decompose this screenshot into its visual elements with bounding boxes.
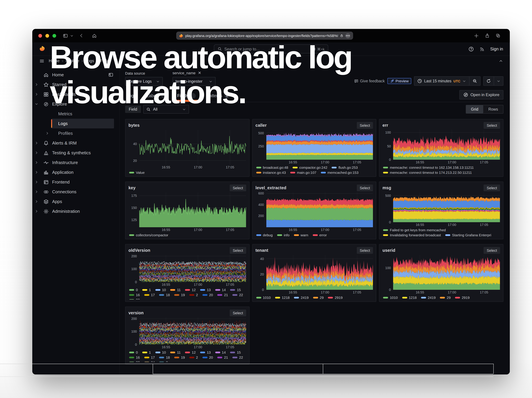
legend-item[interactable]: 2	[189, 293, 198, 297]
legend-item[interactable]: 22	[232, 355, 243, 359]
select-button[interactable]: Select	[230, 185, 246, 191]
legend-item[interactable]: 17	[144, 293, 155, 297]
legend-item[interactable]: 21	[217, 355, 228, 359]
menu-icon[interactable]	[39, 58, 44, 63]
sidebar-item-logs[interactable]: Logs	[51, 119, 114, 128]
legend-item[interactable]: main.go:107	[290, 170, 317, 174]
legend-item[interactable]: flush.go:253	[332, 165, 358, 169]
legend-item[interactable]: warn	[294, 233, 308, 237]
view-toggle-grid[interactable]: Grid	[466, 105, 483, 113]
sidebar-item-profiles[interactable]: Profiles	[51, 128, 117, 138]
sidebar-item-testing-synthetics[interactable]: Testing & synthetics	[32, 148, 117, 158]
legend-item[interactable]: 12	[185, 350, 196, 354]
legend-item[interactable]: 20	[202, 355, 213, 359]
legend-item[interactable]: 29	[313, 295, 323, 299]
legend-item[interactable]: 17	[144, 355, 155, 359]
legend-item[interactable]: broadcast.go:48	[256, 165, 288, 169]
legend-item[interactable]: 23	[129, 298, 140, 299]
legend-item[interactable]: 10	[155, 350, 166, 354]
legend-item[interactable]: 18	[159, 293, 170, 297]
legend-item[interactable]: 15	[230, 350, 241, 354]
sidebar-item-application[interactable]: Application	[32, 168, 117, 177]
sidebar-item-apps[interactable]: Apps	[32, 197, 117, 206]
legend-item[interactable]: 11	[170, 288, 181, 292]
select-button[interactable]: Select	[357, 247, 373, 254]
legend-item[interactable]: 19	[174, 355, 185, 359]
select-button[interactable]: Select	[230, 310, 246, 316]
legend-item[interactable]: 11	[170, 350, 181, 354]
legend-item[interactable]: Invalidating forwarded broadcast	[383, 233, 441, 237]
legend-item[interactable]: 15	[230, 288, 241, 292]
sidebar-item-frontend[interactable]: Frontend	[32, 177, 117, 187]
zoom-window-button[interactable]	[52, 34, 56, 37]
legend-item[interactable]: 10	[155, 288, 166, 292]
give-feedback-link[interactable]: Give feedback	[354, 79, 385, 83]
select-button[interactable]: Select	[484, 185, 500, 191]
legend-item[interactable]: 29	[440, 295, 451, 299]
legend-item[interactable]: 1010	[256, 295, 271, 299]
legend-item[interactable]: 0	[129, 288, 138, 292]
legend-item[interactable]: 1	[142, 350, 151, 354]
legend-item[interactable]: 16	[129, 355, 140, 359]
select-button[interactable]: Select	[484, 122, 500, 129]
sidebar-item-administration[interactable]: Administration	[32, 206, 117, 216]
legend-item[interactable]: 2419	[294, 295, 309, 299]
legend-item[interactable]: 1010	[383, 295, 398, 299]
select-button[interactable]: Select	[357, 185, 373, 191]
tabs-overview-icon[interactable]	[496, 33, 500, 38]
more-icon[interactable]: ●●●	[345, 33, 350, 38]
legend-item[interactable]: 14	[215, 350, 226, 354]
legend-item[interactable]: Failed to get keys from memcached	[383, 228, 446, 232]
sign-in-link[interactable]: Sign in	[490, 47, 503, 51]
chevron-down-icon[interactable]	[70, 34, 74, 37]
select-button[interactable]: Select	[484, 247, 500, 254]
sidebar-item-connections[interactable]: Connections	[32, 187, 117, 197]
select-button[interactable]: Select	[357, 122, 373, 129]
legend-item[interactable]: collectors/compactor	[129, 233, 168, 237]
legend-item[interactable]: 2919	[328, 295, 343, 299]
help-icon[interactable]	[469, 46, 474, 52]
legend-item[interactable]: 14	[215, 288, 226, 292]
legend-item[interactable]: 2	[159, 360, 168, 362]
legend-item[interactable]: Value	[129, 170, 145, 174]
sidebar-item-metrics[interactable]: Metrics	[51, 109, 117, 119]
legend-item[interactable]: 13	[200, 350, 211, 354]
legend-item[interactable]: 21	[217, 293, 228, 297]
view-toggle-rows[interactable]: Rows	[483, 105, 503, 113]
zoom-out-button[interactable]	[469, 77, 480, 85]
legend-item[interactable]: 16	[129, 293, 140, 297]
legend-item[interactable]: memcache: connect timeout to 162.134.158…	[383, 165, 474, 169]
minimize-window-button[interactable]	[45, 34, 49, 37]
legend-item[interactable]: memcache: connect timeout to 174.213.22.…	[383, 170, 472, 174]
sidebar-item-alerts-irm[interactable]: Alerts & IRM	[32, 138, 117, 148]
refresh-interval-button[interactable]	[494, 77, 503, 85]
legend-item[interactable]: 24	[144, 360, 155, 362]
close-window-button[interactable]	[38, 34, 42, 37]
legend-item[interactable]: 1	[142, 288, 151, 292]
url-bar[interactable]: play.grafana.org/a/grafana-lokiexplore-a…	[176, 31, 353, 40]
chevron-up-icon[interactable]	[499, 59, 503, 63]
legend-item[interactable]: 22	[232, 293, 243, 297]
open-in-explore-button[interactable]: Open in Explore	[459, 90, 503, 100]
legend-item[interactable]: error	[313, 233, 327, 237]
back-icon[interactable]	[79, 33, 84, 38]
legend-item[interactable]: 12	[185, 288, 196, 292]
news-icon[interactable]	[480, 47, 485, 52]
legend-item[interactable]: Starting Grafana Enterpri	[445, 233, 491, 237]
legend-item[interactable]: info	[277, 233, 290, 237]
legend-item[interactable]: 2419	[421, 295, 436, 299]
legend-item[interactable]: debug	[256, 233, 272, 237]
sidebar-toggle-icon[interactable]	[63, 33, 68, 38]
new-tab-icon[interactable]	[474, 33, 479, 38]
time-range-button[interactable]: Last 15 minutes UTC	[414, 77, 469, 85]
share-icon[interactable]	[485, 33, 490, 38]
legend-item[interactable]: 23	[129, 360, 140, 362]
legend-item[interactable]: 0	[129, 350, 138, 354]
legend-item[interactable]: 1218	[275, 295, 290, 299]
sidebar-item-infrastructure[interactable]: Infrastructure	[32, 158, 117, 168]
legend-item[interactable]: compactor.go:242	[292, 165, 327, 169]
legend-item[interactable]: 2919	[455, 295, 470, 299]
legend-item[interactable]: 18	[159, 355, 170, 359]
select-button[interactable]: Select	[230, 247, 246, 254]
browser-home-icon[interactable]	[92, 33, 97, 38]
